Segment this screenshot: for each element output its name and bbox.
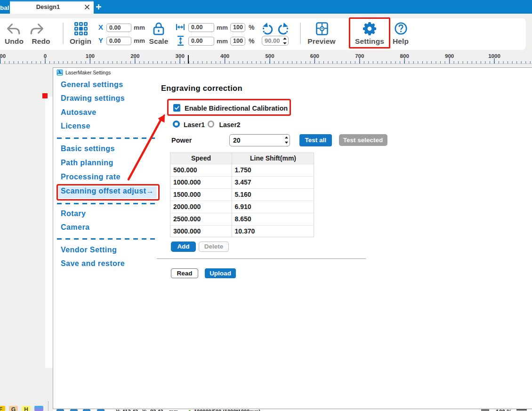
svg-text:300: 300 <box>176 53 185 59</box>
svg-text:1000: 1000 <box>488 53 500 59</box>
svg-text:700: 700 <box>355 53 364 59</box>
svg-text:400: 400 <box>220 53 229 59</box>
svg-text:0: 0 <box>44 53 47 59</box>
svg-text:200: 200 <box>130 53 139 59</box>
svg-text:800: 800 <box>400 53 409 59</box>
svg-text:100: 100 <box>86 53 95 59</box>
svg-text:600: 600 <box>310 53 319 59</box>
svg-text:-100: -100 <box>0 53 6 59</box>
svg-text:900: 900 <box>445 53 454 59</box>
svg-text:500: 500 <box>265 53 274 59</box>
